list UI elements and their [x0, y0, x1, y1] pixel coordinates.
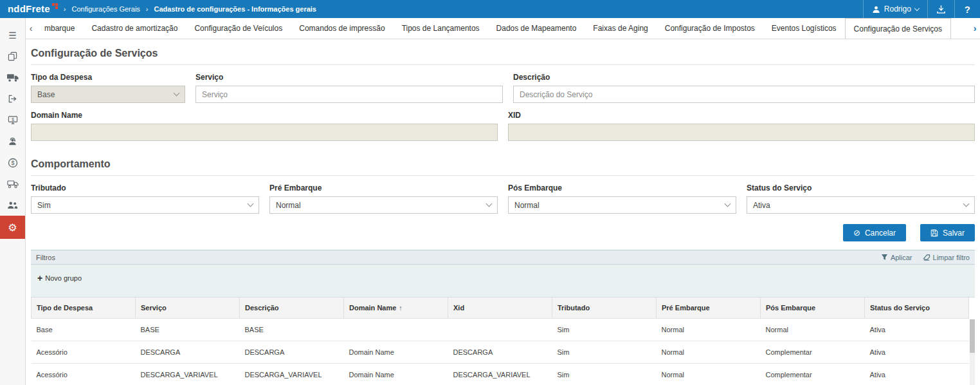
cell-servico: DESCARGA [136, 341, 240, 364]
tipo-despesa-select[interactable]: Base [31, 86, 185, 103]
behavior-section-title: Comportamento [31, 150, 975, 176]
tab-configuracao-servicos[interactable]: Configuração de Serviços [845, 18, 951, 39]
download-button[interactable] [927, 0, 954, 18]
app-logo[interactable]: nddFrete [8, 3, 58, 15]
new-filter-group-button[interactable]: + Novo grupo [37, 274, 82, 283]
sidebar: ☰ $ [0, 18, 26, 385]
sidebar-item-finance[interactable]: $ [0, 152, 25, 173]
funnel-icon [881, 254, 888, 261]
tab-dados-mapeamento[interactable]: Dados de Mapeamento [488, 18, 585, 39]
tipo-despesa-field: Tipo da Despesa Base [31, 73, 185, 103]
plus-icon: + [37, 274, 42, 283]
truck-icon [7, 73, 19, 82]
status-servico-select[interactable]: Ativa [747, 196, 975, 214]
eraser-icon [923, 254, 930, 261]
filters-bar: Filtros Aplicar Limpar filtr [31, 250, 975, 265]
cell-pre-embarque: Normal [657, 319, 761, 341]
tab-comandos-impressao[interactable]: Comandos de impressão [291, 18, 393, 39]
table-row[interactable]: Acessório DESCARGA DESCARGA Domain Name … [32, 341, 969, 364]
col-header-xid[interactable]: Xid [448, 297, 552, 319]
tabs-scroll-right-button[interactable]: › [970, 18, 980, 39]
menu-icon: ☰ [8, 30, 17, 41]
users-icon [7, 201, 18, 209]
svg-text:$: $ [12, 117, 14, 122]
cell-tributado: Sim [552, 319, 657, 341]
chevron-down-icon [174, 90, 180, 97]
user-icon [872, 5, 880, 14]
sidebar-item-support[interactable] [0, 131, 25, 152]
app-body: ☰ $ [0, 18, 980, 385]
table-row[interactable]: Base BASE BASE Sim Normal Normal Ativa [32, 319, 969, 341]
tab-tipos-lancamentos[interactable]: Tipos de Lançamentos [394, 18, 488, 39]
table-scrollbar[interactable] [970, 319, 975, 385]
col-header-pre-embarque[interactable]: Pré Embarque [657, 297, 761, 319]
app-window: nddFrete › Configurações Gerais › Cadast… [0, 0, 980, 385]
cell-domain-name [344, 319, 448, 341]
col-header-servico[interactable]: Serviço [136, 297, 240, 319]
cell-domain-name: Domain Name [344, 364, 448, 385]
tab-bar: ‹ mbarque Cadastro de amortização Config… [26, 18, 980, 39]
cell-tributado: Sim [552, 364, 657, 385]
col-header-descricao[interactable]: Descrição [240, 297, 344, 319]
descricao-input[interactable] [513, 86, 975, 103]
cell-pos-embarque: Complementar [761, 364, 865, 385]
tabs-scroll-left-button[interactable]: ‹ [26, 18, 36, 39]
sidebar-item-documents[interactable] [0, 46, 25, 67]
col-header-tributado[interactable]: Tributado [552, 297, 657, 319]
cell-servico: BASE [136, 319, 240, 341]
cell-descricao: BASE [240, 319, 344, 341]
col-header-status-servico[interactable]: Status do Serviço [865, 297, 969, 319]
breadcrumb-item-configuracoes-gerais[interactable]: Configurações Gerais [71, 5, 140, 13]
status-servico-value: Ativa [753, 201, 770, 210]
sidebar-item-fleet[interactable] [0, 173, 25, 194]
dollar-coin-icon: $ [8, 158, 18, 168]
user-name: Rodrigo [884, 5, 911, 14]
cell-pre-embarque: Normal [657, 364, 761, 385]
tipo-despesa-value: Base [37, 90, 55, 99]
sidebar-item-menu[interactable]: ☰ [0, 24, 25, 46]
sidebar-item-shipping[interactable] [0, 67, 25, 88]
xid-input[interactable] [508, 124, 975, 141]
support-agent-icon [8, 136, 17, 146]
form-row-3: Tributado Sim Pré Embarque Normal [31, 183, 975, 214]
table-row[interactable]: Acessório DESCARGA_VARIAVEL DESCARGA_VAR… [32, 364, 969, 385]
sidebar-item-settings[interactable]: ⚙ [0, 216, 25, 239]
breadcrumb-separator-icon: › [146, 5, 149, 13]
cell-domain-name: Domain Name [344, 341, 448, 364]
tab-faixas-aging[interactable]: Faixas de Aging [585, 18, 656, 39]
tipo-despesa-label: Tipo da Despesa [31, 73, 185, 82]
user-menu[interactable]: Rodrigo [863, 0, 927, 18]
col-header-tipo-despesa[interactable]: Tipo de Despesa [32, 297, 136, 319]
tributado-field: Tributado Sim [31, 183, 259, 214]
domain-name-label: Domain Name [31, 111, 498, 120]
sidebar-item-billing[interactable]: $ [0, 109, 25, 131]
tab-configuracao-veiculos[interactable]: Configuração de Veículos [186, 18, 291, 39]
tab-cadastro-amortizacao[interactable]: Cadastro de amortização [83, 18, 186, 39]
cell-pos-embarque: Complementar [761, 341, 865, 364]
col-header-pos-embarque[interactable]: Pós Embarque [761, 297, 865, 319]
save-button[interactable]: Salvar [920, 224, 975, 241]
sidebar-item-export[interactable] [0, 88, 25, 109]
cell-xid: DESCARGA [448, 341, 552, 364]
cell-pos-embarque: Normal [761, 319, 865, 341]
pos-embarque-select[interactable]: Normal [508, 196, 736, 214]
clear-filter-button[interactable]: Limpar filtro [923, 254, 970, 261]
help-icon: ? [965, 4, 970, 15]
sidebar-item-users[interactable] [0, 194, 25, 216]
pre-embarque-select[interactable]: Normal [269, 196, 498, 214]
servico-input[interactable] [195, 86, 503, 103]
col-header-domain-name[interactable]: Domain Name↑ [344, 297, 448, 319]
breadcrumb-item-cadastro-configuracoes[interactable]: Cadastro de configurações - Informações … [154, 5, 316, 13]
tab-eventos-logisticos[interactable]: Eventos Logísticos [763, 18, 845, 39]
billing-monitor-icon: $ [8, 115, 18, 125]
apply-filter-button[interactable]: Aplicar [881, 254, 912, 261]
domain-name-input[interactable] [31, 124, 498, 141]
help-button[interactable]: ? [954, 0, 980, 18]
cancel-button[interactable]: ⊘ Cancelar [843, 224, 906, 241]
domain-name-field: Domain Name [31, 111, 498, 141]
tributado-select[interactable]: Sim [31, 196, 259, 214]
tab-embarque[interactable]: mbarque [36, 18, 83, 39]
scrollbar-thumb[interactable] [970, 319, 975, 353]
save-floppy-icon [930, 229, 938, 237]
tab-configuracao-impostos[interactable]: Configuração de Impostos [657, 18, 763, 39]
